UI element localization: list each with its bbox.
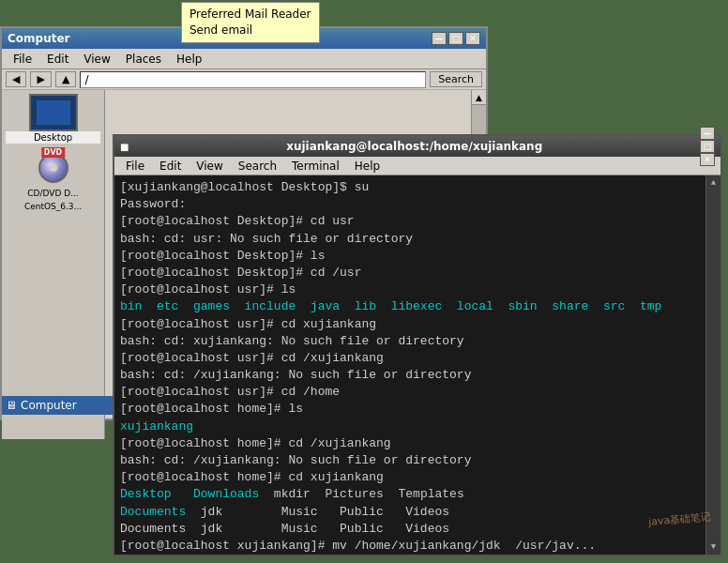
terminal-line: [root@localhost usr]# cd xujiankang: [120, 316, 715, 333]
computer-icon: 🖥: [6, 399, 17, 412]
location-text: /: [84, 73, 88, 86]
location-bar[interactable]: /: [80, 71, 426, 88]
menu-file[interactable]: File: [6, 51, 39, 68]
terminal-window: ■ xujiankang@localhost:/home/xujiankang …: [113, 134, 722, 556]
terminal-line: [root@localhost xujiankang]# mv /home/xu…: [120, 538, 715, 555]
terminal-scroll-track: [706, 190, 720, 540]
scroll-up-btn[interactable]: ▲: [472, 90, 486, 105]
file-manager-menubar: File Edit View Places Help: [2, 49, 486, 69]
terminal-menu-terminal[interactable]: Terminal: [284, 159, 347, 174]
file-manager-navbar: ◀ ▶ ▲ / Search: [2, 69, 486, 90]
terminal-line: bash: cd: xujiankang: No such file or di…: [120, 333, 715, 350]
monitor-screen: [37, 100, 70, 125]
terminal-menu-file[interactable]: File: [118, 159, 152, 174]
terminal-menubar: File Edit View Search Terminal Help: [114, 157, 720, 175]
terminal-line: [xujiankang@localhost Desktop]$ su: [120, 179, 715, 196]
terminal-line: Documents jdk Music Public Videos: [120, 521, 715, 538]
terminal-line: [root@localhost home]# ls: [120, 401, 715, 418]
terminal-line: Password:: [120, 196, 715, 213]
file-manager-sidebar: Desktop DVD CD/DVD D... CentOS_6.3... 🖥 …: [2, 90, 105, 439]
terminal-line: xujiankang: [120, 418, 715, 435]
terminal-line: [root@localhost Desktop]# ls: [120, 248, 715, 265]
dvd-label: DVD: [41, 147, 65, 158]
terminal-scroll-down[interactable]: ▼: [706, 540, 720, 555]
back-button[interactable]: ◀: [6, 71, 26, 87]
maximize-button[interactable]: □: [448, 32, 463, 45]
terminal-line: bash: cd: /xujiankang: No such file or d…: [120, 452, 715, 469]
terminal-lines: [xujiankang@localhost Desktop]$ suPasswo…: [120, 179, 715, 555]
menu-places[interactable]: Places: [118, 51, 169, 68]
desktop-icon-area: Desktop: [6, 94, 100, 144]
terminal-controls: — □ ✕: [700, 127, 715, 166]
terminal-line: bin etc games include java lib libexec l…: [120, 298, 715, 315]
terminal-icon: ■: [120, 142, 129, 152]
terminal-minimize[interactable]: —: [700, 127, 715, 140]
dvd-hole: [50, 164, 57, 172]
search-button[interactable]: Search: [430, 71, 482, 87]
terminal-close[interactable]: ✕: [700, 153, 715, 166]
terminal-titlebar: ■ xujiankang@localhost:/home/xujiankang …: [114, 136, 720, 157]
monitor-icon: [29, 94, 78, 131]
close-button[interactable]: ✕: [465, 32, 480, 45]
terminal-content[interactable]: [xujiankang@localhost Desktop]$ suPasswo…: [114, 175, 720, 555]
minimize-button[interactable]: —: [432, 32, 447, 45]
terminal-line: [root@localhost home]# cd xujiankang: [120, 469, 715, 486]
terminal-line: [root@localhost usr]# ls: [120, 282, 715, 298]
cdrom-sublabel: CentOS_6.3...: [24, 202, 82, 211]
forward-button[interactable]: ▶: [30, 71, 51, 87]
terminal-scroll-up[interactable]: ▲: [706, 175, 720, 190]
terminal-menu-view[interactable]: View: [189, 159, 230, 174]
file-manager-title: Computer: [8, 32, 69, 45]
terminal-line: [root@localhost Desktop]# cd /usr: [120, 265, 715, 282]
terminal-line: [root@localhost usr]# cd /xujiankang: [120, 350, 715, 367]
terminal-menu-help[interactable]: Help: [347, 159, 387, 174]
cdrom-icon-item: DVD CD/DVD D... CentOS_6.3...: [6, 151, 100, 213]
terminal-line: [root@localhost Desktop]# cd usr: [120, 213, 715, 230]
terminal-maximize[interactable]: □: [700, 140, 715, 153]
terminal-scrollbar[interactable]: ▲ ▼: [705, 175, 720, 555]
terminal-line: bash: cd: /xujiankang: No such file or d…: [120, 367, 715, 384]
cdrom-label: CD/DVD D...: [27, 189, 78, 198]
menu-help[interactable]: Help: [169, 51, 209, 68]
terminal-menu-search[interactable]: Search: [231, 159, 284, 174]
monitor-label: Desktop: [6, 131, 100, 144]
terminal-title: xujiankang@localhost:/home/xujiankang: [286, 140, 542, 153]
terminal-line: Desktop Downloads mkdir Pictures Templat…: [120, 486, 715, 503]
terminal-line: [root@localhost home]# cd /xujiankang: [120, 435, 715, 452]
file-manager-titlebar: Computer — □ ✕: [2, 28, 486, 49]
menu-view[interactable]: View: [76, 51, 117, 68]
file-manager-controls: — □ ✕: [432, 32, 480, 45]
terminal-menu-edit[interactable]: Edit: [152, 159, 189, 174]
terminal-line: bash: cd: usr: No such file or directory: [120, 231, 715, 248]
menu-edit[interactable]: Edit: [39, 51, 76, 68]
terminal-line: [root@localhost usr]# cd /home: [120, 384, 715, 401]
sidebar-computer-label: Computer: [21, 399, 77, 412]
up-button[interactable]: ▲: [55, 71, 76, 87]
dvd-icon: DVD: [38, 153, 68, 183]
tooltip-line1: Preferred Mail Reader: [190, 7, 311, 23]
terminal-line: Documents jdk Music Public Videos: [120, 504, 715, 521]
